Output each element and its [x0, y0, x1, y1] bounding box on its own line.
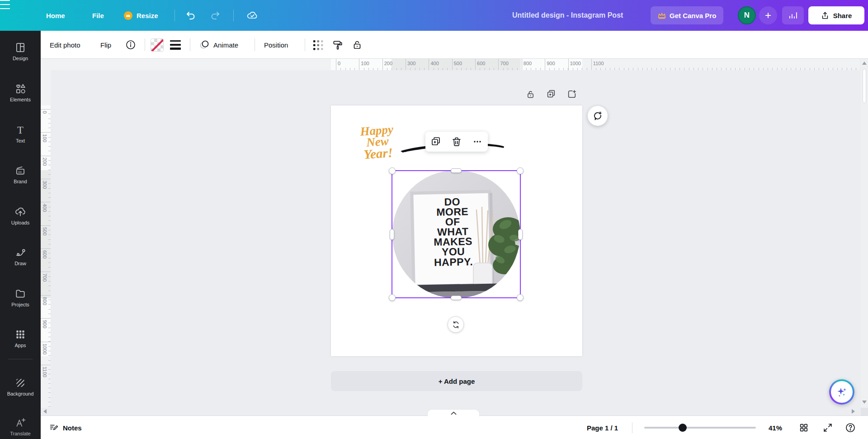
ruler-label: 100: [42, 132, 47, 142]
duplicate-icon[interactable]: [428, 134, 444, 150]
get-canva-pro-button[interactable]: Get Canva Pro: [651, 6, 723, 24]
help-icon: [845, 422, 856, 433]
info-icon[interactable]: [125, 39, 136, 50]
transparency-icon[interactable]: [312, 39, 325, 52]
canva-editor: Home File Resize Untitled design - Insta…: [0, 0, 868, 439]
menu-file[interactable]: File: [92, 0, 104, 31]
lock-icon[interactable]: [352, 39, 363, 50]
grid-view-button[interactable]: [797, 420, 811, 435]
color-swatch-none[interactable]: [151, 38, 164, 52]
canva-assistant-button[interactable]: [829, 379, 854, 405]
page-indicator[interactable]: Page 1 / 1: [587, 416, 618, 439]
resize-handle-top-right[interactable]: [517, 167, 524, 174]
circle-photo-element[interactable]: DO MORE OF WHAT MAKES YOU HAPPY.: [392, 170, 521, 298]
collapse-panel-tab[interactable]: [427, 409, 480, 416]
ruler-label: 600: [475, 61, 485, 66]
ruler-corner: [41, 59, 51, 70]
ruler-label: 800: [42, 295, 47, 305]
sidebar-item-background[interactable]: Background: [0, 377, 41, 407]
fullscreen-button[interactable]: [821, 420, 835, 435]
add-comment-button[interactable]: [588, 106, 608, 126]
brand-icon: co.: [14, 165, 26, 177]
main-menu-icon[interactable]: [0, 0, 10, 9]
chevron-up-icon: [451, 411, 457, 415]
vertical-scrollbar-thumb[interactable]: [863, 69, 866, 103]
projects-icon: [14, 288, 26, 300]
resize-handle-left[interactable]: [390, 229, 394, 240]
design-icon: [14, 42, 26, 53]
border-weight-icon[interactable]: [170, 40, 181, 50]
add-page-button[interactable]: + Add page: [331, 371, 582, 391]
menu-resize[interactable]: Resize: [137, 0, 158, 31]
bottom-status-bar: Notes Page 1 / 1 41%: [41, 415, 868, 439]
bottombar-divider: [632, 422, 632, 433]
rotate-handle[interactable]: [448, 316, 464, 333]
menu-home[interactable]: Home: [46, 0, 65, 31]
vertical-scrollbar[interactable]: [861, 59, 868, 408]
ruler-label: 700: [498, 61, 508, 66]
top-header-bar: Home File Resize Untitled design - Insta…: [0, 0, 868, 31]
sidebar-item-translate[interactable]: Translate: [0, 417, 41, 439]
scroll-up-arrow[interactable]: [862, 62, 867, 65]
cloud-saved-icon: [246, 10, 257, 21]
text-icon: T: [14, 124, 26, 136]
zoom-slider[interactable]: [644, 427, 756, 429]
sidebar-item-brand[interactable]: co. Brand: [0, 165, 41, 195]
notes-button[interactable]: Notes: [49, 420, 82, 435]
ruler-label: 900: [545, 61, 555, 66]
ruler-label: 400: [429, 61, 439, 66]
animate-button[interactable]: Animate: [213, 31, 238, 59]
sidebar-item-design[interactable]: Design: [0, 42, 41, 72]
paint-roller-icon[interactable]: [332, 39, 344, 51]
ruler-label: 400: [42, 202, 47, 212]
ruler-label: 700: [42, 272, 47, 282]
flip-button[interactable]: Flip: [100, 31, 111, 59]
ruler-label: 1000: [42, 342, 47, 354]
redo-icon[interactable]: [210, 10, 221, 21]
share-button[interactable]: Share: [808, 6, 864, 24]
sidebar-item-draw[interactable]: Draw: [0, 247, 41, 277]
rotate-icon: [452, 320, 460, 329]
position-button[interactable]: Position: [264, 31, 288, 59]
duplicate-page-icon[interactable]: [543, 85, 559, 103]
toolbar-divider: [255, 38, 255, 51]
resize-handle-top[interactable]: [451, 168, 462, 173]
crown-icon: [658, 12, 666, 19]
resize-handle-bottom-right[interactable]: [517, 294, 524, 301]
scroll-down-arrow[interactable]: [862, 401, 867, 404]
ruler-ticks: [336, 68, 860, 70]
design-title[interactable]: Untitled design - Instagram Post: [512, 0, 623, 31]
sticker-happy-new-year[interactable]: Happy New Year!: [354, 124, 402, 174]
ruler-label: 500: [452, 61, 462, 66]
sidebar-item-text[interactable]: T Text: [0, 124, 41, 154]
page-controls: [522, 85, 580, 103]
resize-handle-top-left[interactable]: [389, 167, 396, 174]
avatar[interactable]: N: [738, 6, 756, 24]
undo-icon[interactable]: [185, 10, 196, 21]
scroll-right-arrow[interactable]: [852, 409, 855, 414]
add-member-button[interactable]: +: [759, 6, 777, 24]
sidebar-item-uploads[interactable]: Uploads: [0, 206, 41, 236]
sidebar-item-elements[interactable]: Elements: [0, 83, 41, 113]
vertical-ruler: 010020030040050060070080090010001100: [41, 70, 51, 408]
sidebar-item-apps[interactable]: Apps: [0, 329, 41, 358]
edit-photo-button[interactable]: Edit photo: [50, 31, 80, 59]
background-icon: [14, 377, 26, 389]
sidebar-item-projects[interactable]: Projects: [0, 288, 41, 318]
zoom-slider-thumb[interactable]: [679, 424, 687, 432]
help-button[interactable]: [843, 420, 858, 435]
add-page-icon[interactable]: [564, 85, 580, 103]
ruler-label: 0: [42, 109, 47, 114]
more-options-icon[interactable]: [469, 134, 486, 150]
insights-button[interactable]: [782, 6, 804, 24]
scroll-left-arrow[interactable]: [43, 409, 47, 414]
resize-handle-bottom[interactable]: [451, 296, 462, 300]
zoom-percent[interactable]: 41%: [769, 416, 782, 439]
ruler-label: 800: [522, 61, 532, 66]
delete-icon[interactable]: [448, 134, 465, 150]
animate-icon[interactable]: [199, 39, 211, 50]
svg-text:T: T: [17, 124, 24, 136]
lock-page-icon[interactable]: [522, 85, 538, 103]
resize-handle-right[interactable]: [518, 229, 523, 240]
resize-handle-bottom-left[interactable]: [389, 294, 396, 301]
